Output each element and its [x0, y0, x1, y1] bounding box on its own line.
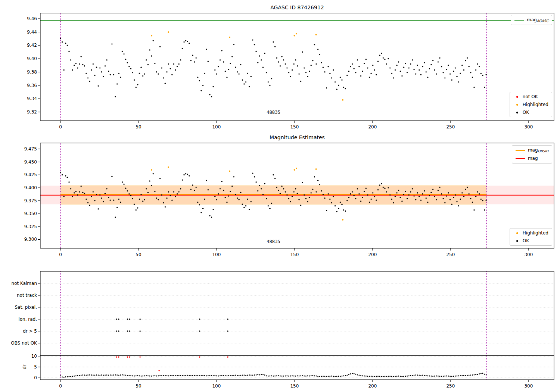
svg-text:200: 200: [368, 383, 377, 389]
svg-text:100: 100: [212, 383, 221, 389]
flag-points: [116, 318, 228, 332]
svg-text:9.300: 9.300: [24, 237, 37, 242]
dr-axis-label: dr: [22, 365, 27, 370]
svg-text:0: 0: [59, 252, 62, 257]
svg-text:150: 150: [290, 124, 299, 130]
legend-middle-markers: Highlighted OK: [510, 228, 552, 246]
svg-text:10: 10: [31, 354, 37, 359]
svg-text:9.44: 9.44: [27, 29, 37, 35]
mag-obsid-line-swatch: [516, 150, 525, 151]
legend-item-mag-obsid: magOBSID: [516, 147, 548, 153]
legend-label-ok-mid: OK: [523, 238, 529, 243]
svg-text:150: 150: [290, 383, 299, 389]
ok-marker-swatch: [516, 240, 518, 242]
legend-item-ok: OK: [513, 110, 548, 115]
flag-row-label: dr > 5: [23, 329, 37, 334]
obsid-annotation: 48835: [267, 110, 280, 115]
svg-text:9.34: 9.34: [27, 96, 37, 101]
svg-text:5: 5: [34, 364, 37, 370]
legend-item-ok-mid: OK: [513, 238, 548, 243]
top-highlighted-points: [151, 31, 343, 101]
svg-text:9.46: 9.46: [27, 16, 37, 21]
svg-text:0: 0: [59, 383, 62, 389]
svg-text:9.32: 9.32: [27, 109, 37, 115]
figure: AGASC ID 87426912 Magnitude Estimates 05…: [0, 0, 560, 392]
svg-text:9.325: 9.325: [24, 224, 37, 229]
svg-text:9.38: 9.38: [27, 69, 37, 75]
legend-item-highlighted-mid: Highlighted: [513, 230, 548, 236]
svg-text:9.40: 9.40: [27, 56, 37, 61]
highlighted-marker-swatch: [516, 104, 518, 106]
dr-not-ok-points: [116, 357, 228, 371]
obsid-annotation: 48835: [267, 239, 280, 244]
svg-text:250: 250: [446, 383, 455, 389]
legend-item-not-ok: not OK: [513, 94, 548, 99]
legend-item-mag-agasc: magAGASC: [514, 17, 548, 23]
legend-item-highlighted: Highlighted: [513, 102, 548, 107]
highlighted-marker-swatch: [516, 232, 518, 234]
svg-text:0: 0: [59, 124, 62, 130]
flag-row-label: not Kalman: [12, 281, 37, 286]
dr-points: [60, 373, 487, 377]
svg-text:50: 50: [136, 252, 141, 257]
legend-middle-lines: magOBSID mag: [512, 145, 552, 164]
svg-text:250: 250: [446, 124, 455, 130]
legend-label-mag-obsid: magOBSID: [528, 147, 548, 153]
svg-text:200: 200: [368, 124, 377, 130]
svg-text:300: 300: [524, 124, 533, 130]
svg-text:9.450: 9.450: [24, 159, 37, 165]
legend-top-markers: not OK Highlighted OK: [510, 92, 552, 117]
svg-text:200: 200: [368, 252, 377, 257]
svg-text:9.36: 9.36: [27, 83, 37, 88]
svg-text:300: 300: [524, 383, 533, 389]
legend-label-mag: mag: [528, 156, 538, 161]
svg-text:9.350: 9.350: [24, 211, 37, 216]
legend-item-mag: mag: [516, 156, 548, 161]
svg-text:50: 50: [136, 383, 141, 389]
svg-text:9.475: 9.475: [24, 146, 37, 152]
svg-text:100: 100: [212, 124, 221, 130]
mag-agasc-line-swatch: [514, 20, 524, 21]
flag-row-label: Ion. rad.: [18, 317, 37, 322]
flag-row-label: not track: [17, 293, 37, 298]
middle-plot: 0501001502002503009.4759.4509.4259.4009.…: [24, 143, 554, 257]
svg-text:9.375: 9.375: [24, 198, 37, 203]
legend-mag-agasc: magAGASC: [511, 15, 552, 25]
legend-label-ok: OK: [523, 110, 529, 115]
legend-label-not-ok: not OK: [523, 94, 538, 99]
not-ok-marker-swatch: [516, 96, 518, 98]
ok-marker-swatch: [516, 112, 518, 113]
top-ok-points: [60, 38, 487, 97]
svg-text:9.425: 9.425: [24, 172, 37, 177]
top-plot: 0501001502002503009.469.449.429.409.389.…: [27, 13, 554, 130]
legend-label-mag-agasc: magAGASC: [527, 17, 548, 23]
flag-row-label: Sat. pixel.: [15, 305, 37, 310]
svg-text:250: 250: [446, 252, 455, 257]
svg-text:50: 50: [136, 124, 141, 130]
legend-label-highlighted: Highlighted: [523, 102, 548, 107]
svg-text:100: 100: [212, 252, 221, 257]
svg-text:9.400: 9.400: [24, 185, 37, 190]
svg-text:0: 0: [34, 375, 37, 380]
figure-canvas: 0501001502002503009.469.449.429.409.389.…: [0, 0, 560, 392]
legend-label-highlighted-mid: Highlighted: [523, 230, 548, 236]
svg-text:150: 150: [290, 252, 299, 257]
bottom-plot: 050100150200250300not Kalmannot trackSat…: [11, 271, 554, 389]
svg-text:9.42: 9.42: [27, 43, 37, 48]
svg-text:300: 300: [524, 252, 533, 257]
mag-line-swatch: [516, 158, 525, 159]
flag-row-label: OBS not OK: [11, 340, 37, 346]
